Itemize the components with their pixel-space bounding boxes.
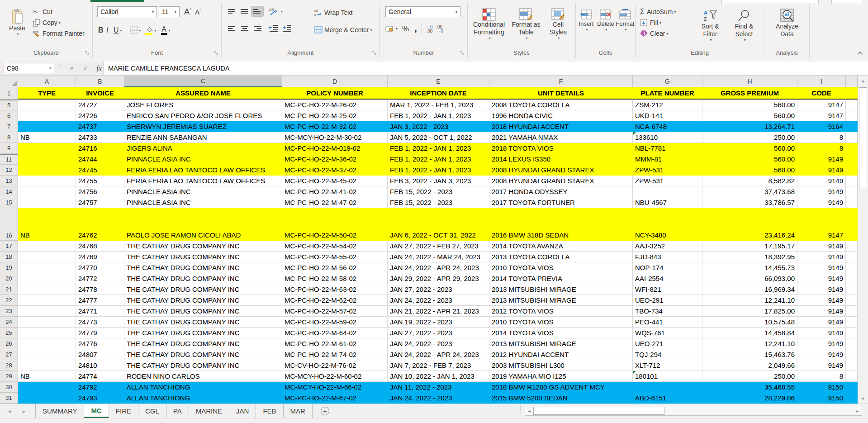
cell-E19[interactable]: JAN 24, 2022 - APR 24, 2023 xyxy=(388,262,489,273)
cell-I15[interactable]: 9149 xyxy=(797,197,846,208)
column-header-F[interactable]: F xyxy=(489,76,633,87)
cell-E11[interactable]: FEB 1, 2022 - JAN 1, 2023 xyxy=(388,154,489,165)
cell-G5[interactable]: ZSM-212 xyxy=(633,100,702,110)
cell-H29[interactable]: 250.00 xyxy=(702,371,797,382)
cell-F25[interactable]: 2014 TOYOTA VIOS xyxy=(489,328,633,338)
cell-A6[interactable] xyxy=(18,110,76,121)
wrap-text-button[interactable]: abc Wrap Text xyxy=(314,7,353,18)
cell-A25[interactable] xyxy=(18,328,76,338)
cell-styles-button[interactable]: Cell Styles▾ xyxy=(544,5,573,40)
cell-E21[interactable]: JAN 27, 2022 - 2023 xyxy=(388,284,489,295)
cell-F27[interactable]: 2012 HYUNDAI ACCENT xyxy=(489,349,633,360)
cell-I5[interactable]: 9147 xyxy=(797,100,846,110)
number-dialog-launcher[interactable] xyxy=(460,51,465,56)
column-header-I[interactable]: I xyxy=(797,76,846,87)
scroll-down-icon[interactable]: ▾ xyxy=(858,393,868,404)
alignment-dialog-launcher[interactable] xyxy=(372,51,377,56)
header-cell-C[interactable]: ASSURED NAME xyxy=(124,87,282,100)
cell-I23[interactable]: 9149 xyxy=(797,306,846,317)
cell-I22[interactable]: 9149 xyxy=(797,295,846,306)
cell-B23[interactable]: 24771 xyxy=(76,306,124,317)
cell-D14[interactable]: MC-PC-HO-22-M-41-02 xyxy=(282,186,388,197)
cell-I25[interactable]: 9149 xyxy=(797,328,846,338)
header-cell-A[interactable]: TYPE xyxy=(18,87,76,100)
cell-D17[interactable]: MC-PC-HO-22-M-54-02 xyxy=(282,241,388,252)
cell-F6[interactable]: 1996 HONDA CIVIC xyxy=(489,110,633,121)
cell-C22[interactable]: THE CATHAY DRUG COMPANY INC xyxy=(124,295,282,306)
cell-A21[interactable] xyxy=(18,284,76,295)
font-name-select[interactable]: Calibri▾ xyxy=(97,6,157,17)
cell-C25[interactable]: THE CATHAY DRUG COMPANY INC xyxy=(124,328,282,338)
borders-dropdown-caret[interactable]: ▾ xyxy=(139,29,141,33)
sheet-tab-mc[interactable]: MC xyxy=(84,404,109,418)
increase-font-icon[interactable]: A^ xyxy=(184,7,191,17)
cell-I14[interactable]: 9149 xyxy=(797,186,846,197)
copy-dropdown-caret[interactable]: ▾ xyxy=(59,21,61,25)
cell-A24[interactable] xyxy=(18,317,76,328)
cell-D26[interactable]: MC-PC-HO-22-M-61-02 xyxy=(282,338,388,349)
decrease-font-icon[interactable]: Aˇ xyxy=(195,8,201,16)
format-painter-button[interactable]: Format Painter xyxy=(33,28,85,39)
cell-G18[interactable]: FJD-843 xyxy=(633,252,702,262)
cell-I19[interactable]: 9149 xyxy=(797,262,846,273)
cell-D7[interactable]: MC-PC-HO-22-M-32-02 xyxy=(282,121,388,132)
cell-B16[interactable]: 24762 xyxy=(76,208,124,241)
align-top-icon[interactable] xyxy=(226,6,238,16)
cell-F11[interactable]: 2014 LEXUS IS350 xyxy=(489,154,633,165)
cell-E25[interactable]: JAN 27, 2022 - 2023 xyxy=(388,328,489,338)
cancel-entry-icon[interactable]: × xyxy=(66,63,78,73)
cell-C17[interactable]: THE CATHAY DRUG COMPANY INC xyxy=(124,241,282,252)
cell-A15[interactable] xyxy=(18,197,76,208)
cell-B30[interactable]: 24792 xyxy=(76,382,124,393)
cell-H18[interactable]: 18,392.95 xyxy=(702,252,797,262)
column-header-D[interactable]: D xyxy=(282,76,388,87)
cell-C26[interactable]: THE CATHAY DRUG COMPANY INC xyxy=(124,338,282,349)
merge-center-button[interactable]: Merge & Center ▾ xyxy=(314,24,372,35)
cell-I21[interactable]: 9149 xyxy=(797,284,846,295)
cell-A17[interactable] xyxy=(18,241,76,252)
scroll-up-icon[interactable]: ▴ xyxy=(858,76,868,86)
cell-E23[interactable]: JAN 21, 2022 - APR 21, 2023 xyxy=(388,306,489,317)
cell-F15[interactable]: 2017 TOYOTA FORTUNER xyxy=(489,197,633,208)
cell-H21[interactable]: 16,969.34 xyxy=(702,284,797,295)
cell-C21[interactable]: THE CATHAY DRUG COMPANY INC xyxy=(124,284,282,295)
cell-I28[interactable]: 9149 xyxy=(797,360,846,371)
font-color-dropdown-caret[interactable]: ▾ xyxy=(169,29,171,33)
cell-E6[interactable]: FEB 1, 2022 - JAN 1, 2023 xyxy=(388,110,489,121)
cell-F8[interactable]: 2021 YAMAHA NMAX xyxy=(489,132,633,143)
cell-F22[interactable]: 2013 MITSUBISHI MIRAGE xyxy=(489,295,633,306)
cell-G9[interactable]: NBL-7781 xyxy=(633,143,702,154)
cell-A14[interactable] xyxy=(18,186,76,197)
row-number-7[interactable]: 7 xyxy=(0,121,18,132)
insert-cells-button[interactable]: Insert▾ xyxy=(577,6,596,32)
cell-E12[interactable]: FEB 1, 2022 - JAN 1, 2023 xyxy=(388,165,489,176)
horizontal-scroll-thumb[interactable] xyxy=(533,407,664,415)
cut-button[interactable]: ✂Cut xyxy=(33,6,85,17)
cell-C27[interactable]: THE CATHAY DRUG COMPANY INC xyxy=(124,349,282,360)
sheet-tab-marine[interactable]: MARINE xyxy=(189,404,229,418)
cell-D22[interactable]: MC-PC-HO-22-M-62-02 xyxy=(282,295,388,306)
cell-B18[interactable]: 24769 xyxy=(76,252,124,262)
cell-I11[interactable]: 9149 xyxy=(797,154,846,165)
comma-style-button[interactable]: , xyxy=(414,24,417,34)
sheet-tab-summary[interactable]: SUMMARY xyxy=(36,404,84,418)
cell-F28[interactable]: 2003 MITSUBISHI L300 xyxy=(489,360,633,371)
cell-C5[interactable]: JOSE FLORES xyxy=(124,100,282,110)
header-cell-F[interactable]: UNIT DETAILS xyxy=(489,87,633,100)
cell-G30[interactable] xyxy=(633,382,702,393)
cell-A23[interactable] xyxy=(18,306,76,317)
cell-D24[interactable]: MC-PC-HO-22-M-59-02 xyxy=(282,317,388,328)
cell-E20[interactable]: JAN 29, 2022 - APR 29, 2023 xyxy=(388,273,489,284)
cell-F31[interactable]: 2015 BMW 5200 SEDAN xyxy=(489,393,633,404)
cell-I30[interactable]: 9150 xyxy=(797,382,846,393)
cell-G8[interactable]: 133610 xyxy=(633,132,702,143)
cell-A16[interactable]: NB xyxy=(18,208,76,241)
row-number-9[interactable]: 9 xyxy=(0,143,18,154)
cell-B26[interactable]: 24776 xyxy=(76,338,124,349)
cell-H6[interactable]: 560.00 xyxy=(702,110,797,121)
row-number-17[interactable]: 17 xyxy=(0,241,18,252)
orientation-dropdown-caret[interactable]: ▾ xyxy=(281,10,283,14)
cell-B27[interactable]: 24807 xyxy=(76,349,124,360)
cell-E9[interactable]: FEB 1, 2022 - JAN 1, 2023 xyxy=(388,143,489,154)
cell-C12[interactable]: FERIA FERIA LAO TANTOCO LAW OFFICES xyxy=(124,165,282,176)
